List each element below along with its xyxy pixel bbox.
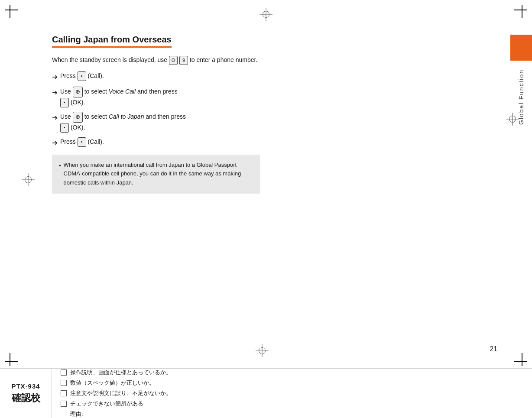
checkbox-4[interactable] [61, 401, 67, 407]
checklist-area: 操作説明、画面が仕様とあっているか。 数値（スペック値）が正しいか。 注意文や説… [52, 369, 532, 418]
ptx-kanji: 確認校 [12, 392, 40, 405]
crosshair-middle [22, 173, 35, 186]
ok-key-2: ▪ [60, 98, 69, 107]
step-3: ➜ Use ⊕ to select Call to Japan and then… [52, 112, 355, 133]
step-3-text: Use ⊕ to select Call to Japan and then p… [60, 112, 355, 133]
check-item-4: チェックできない箇所がある [61, 400, 523, 408]
check-label-2: 数値（スペック値）が正しいか。 [70, 379, 155, 387]
check-item-3: 注意文や説明文に誤り、不足がないか。 [61, 389, 523, 397]
key-nine-icon: 9 [179, 56, 188, 65]
check-item-1: 操作説明、画面が仕様とあっているか。 [61, 369, 523, 376]
orange-tab [510, 35, 532, 61]
corner-mark-top-left [5, 5, 23, 23]
note-box: • When you make an international call fr… [52, 155, 260, 194]
check-label-1: 操作説明、画面が仕様とあっているか。 [70, 369, 172, 376]
check-label-3: 注意文や説明文に誤り、不足がないか。 [70, 389, 172, 397]
arrow-icon-2: ➜ [52, 87, 58, 98]
key-zero-icon: O [169, 56, 178, 65]
check-label-4: チェックできない箇所がある [70, 400, 143, 408]
checkbox-3[interactable] [61, 390, 67, 396]
ptx-code: PTX-934 [11, 382, 40, 390]
note-bullet-dot: • [59, 162, 61, 171]
step-list: ➜ Press ▪ (Call). ➜ Use ⊕ to select Voic… [52, 71, 355, 149]
note-text: When you make an international call from… [64, 161, 253, 188]
corner-mark-bottom-left [5, 349, 23, 366]
page-title: Calling Japan from Overseas [52, 35, 172, 48]
nav-icon-3: ⊕ [73, 112, 83, 123]
voice-call-label: Voice Call [109, 88, 136, 95]
corner-mark-top-right [509, 5, 527, 23]
ok-key-3: ▪ [60, 123, 69, 133]
call-key-1: ▪ [78, 71, 86, 81]
bottom-section: PTX-934 確認校 操作説明、画面が仕様とあっているか。 数値（スペック値）… [0, 368, 532, 418]
step-2-text: Use ⊕ to select Voice Call and then pres… [60, 87, 355, 107]
main-content: Calling Japan from Overseas When the sta… [52, 35, 355, 194]
nav-icon-2: ⊕ [73, 87, 83, 97]
page-number: 21 [490, 345, 497, 353]
step-4-text: Press ▪ (Call). [60, 137, 355, 147]
intro-text-part1: When the standby screen is displayed, us… [52, 56, 167, 63]
note-bullet-item: • When you make an international call fr… [59, 161, 253, 188]
call-key-4: ▪ [78, 137, 86, 147]
step-1: ➜ Press ▪ (Call). [52, 71, 355, 83]
check-item-2: 数値（スペック値）が正しいか。 [61, 379, 523, 387]
step-1-text: Press ▪ (Call). [60, 71, 355, 81]
step-4: ➜ Press ▪ (Call). [52, 137, 355, 149]
crosshair-bottom [256, 344, 269, 357]
intro-text: When the standby screen is displayed, us… [52, 55, 355, 65]
crosshair-top [260, 8, 272, 21]
step-2: ➜ Use ⊕ to select Voice Call and then pr… [52, 87, 355, 107]
call-to-japan-label: Call to Japan [109, 113, 144, 120]
corner-mark-bottom-right [509, 349, 527, 366]
checkbox-2[interactable] [61, 380, 67, 386]
intro-text-part3: to enter a phone number. [190, 56, 257, 63]
arrow-icon-3: ➜ [52, 112, 58, 123]
arrow-icon-4: ➜ [52, 137, 58, 149]
ptx-box: PTX-934 確認校 [0, 369, 52, 418]
arrow-icon-1: ➜ [52, 71, 58, 83]
sidebar-label: Global Function [518, 69, 525, 125]
reason-label: 理由: [61, 410, 523, 418]
right-sidebar: Global Function [510, 35, 532, 295]
checkbox-1[interactable] [61, 369, 67, 376]
